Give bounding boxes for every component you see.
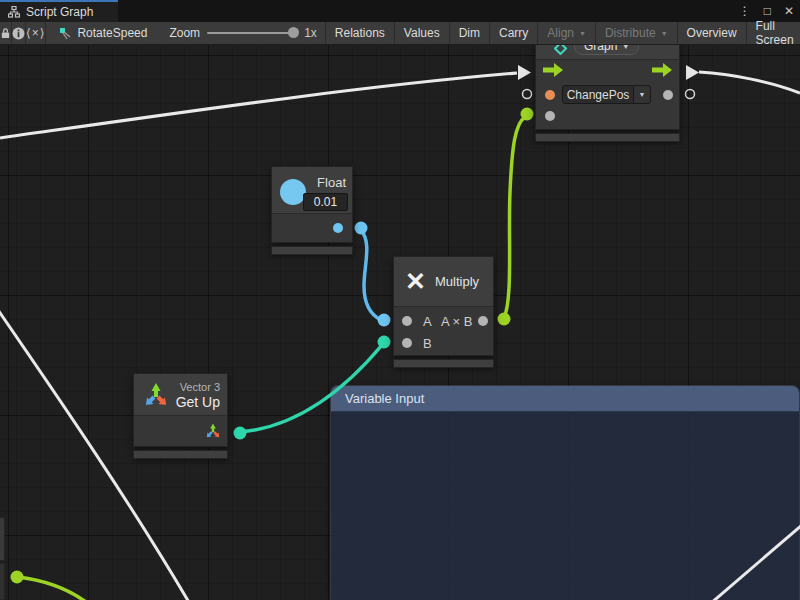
float-node-header[interactable]: Float 0.01 (272, 167, 352, 214)
script-graph-icon (8, 6, 20, 18)
node-multiply[interactable]: ✕ Multiply A A × B B (393, 256, 494, 368)
align-button[interactable]: Align ▼ (538, 22, 596, 44)
vector3-icon (143, 382, 169, 408)
multiply-icon: ✕ (405, 269, 426, 294)
overview-label: Overview (687, 26, 737, 40)
changepos-dropdown-value: ChangePos (563, 88, 633, 102)
float-value-input[interactable]: 0.01 (303, 193, 348, 211)
zoom-slider[interactable] (207, 32, 297, 34)
flow-input-port[interactable] (543, 63, 563, 77)
zoom-slider-handle[interactable] (288, 27, 299, 38)
vector3-output-port[interactable] (205, 423, 221, 439)
carry-label: Carry (499, 26, 528, 40)
values-button[interactable]: Values (395, 22, 450, 44)
multiply-input-a-port[interactable] (402, 316, 412, 326)
dim-button[interactable]: Dim (450, 22, 490, 44)
multiply-input-b-label: B (423, 336, 432, 351)
window-titlebar: Script Graph ⋮ □ ✕ (0, 0, 800, 22)
group-header[interactable]: Variable Input (331, 386, 799, 412)
distribute-label: Distribute (605, 26, 656, 40)
multiply-output-label: A × B (441, 314, 472, 329)
multiply-input-b-port[interactable] (402, 338, 412, 348)
dim-label: Dim (459, 26, 480, 40)
code-icon: ⟨×⟩ (26, 26, 45, 40)
node-vector3-get-up[interactable]: Vector 3 Get Up (133, 373, 228, 459)
zoom-label: Zoom (169, 26, 200, 40)
distribute-caret-icon: ▼ (661, 30, 668, 37)
lock-icon (0, 27, 11, 39)
info-icon (12, 27, 25, 40)
flow-output-port[interactable] (652, 63, 672, 77)
multiply-node-header[interactable]: ✕ Multiply (394, 257, 493, 307)
align-caret-icon: ▼ (579, 30, 586, 37)
info-button[interactable] (12, 22, 26, 44)
carry-button[interactable]: Carry (490, 22, 538, 44)
group-body[interactable] (331, 412, 799, 600)
window-close-icon[interactable]: ✕ (784, 4, 794, 18)
graph-node-footer (535, 133, 680, 142)
value-input-port-orange[interactable] (545, 90, 555, 100)
offscreen-node-footer-sliver[interactable] (0, 563, 5, 600)
window-menu-icon[interactable]: ⋮ (739, 4, 751, 18)
float-value: 0.01 (314, 195, 337, 209)
changepos-dropdown-caret-icon: ▼ (633, 86, 650, 103)
vector3-node-footer (133, 450, 228, 459)
float-output-port[interactable] (333, 223, 343, 233)
float-node-title: Float (317, 175, 346, 190)
lock-button[interactable] (0, 22, 12, 44)
value-output-port[interactable] (663, 90, 673, 100)
float-node-footer (271, 246, 353, 255)
changepos-dropdown[interactable]: ChangePos ▼ (562, 85, 651, 104)
relations-button[interactable]: Relations (326, 22, 395, 44)
breadcrumb[interactable]: RotateSpeed (55, 22, 151, 44)
overview-button[interactable]: Overview (678, 22, 747, 44)
relations-label: Relations (335, 26, 385, 40)
align-label: Align (547, 26, 574, 40)
zoom-value: 1x (304, 26, 317, 40)
tab-script-graph[interactable]: Script Graph (0, 0, 118, 22)
window-maximize-icon[interactable]: □ (764, 4, 771, 18)
full-screen-button[interactable]: Full Screen (747, 22, 800, 44)
node-float-literal[interactable]: Float 0.01 (271, 166, 353, 255)
offscreen-node-sliver[interactable] (0, 517, 5, 561)
full-screen-label: Full Screen (756, 19, 794, 47)
variable-input-group[interactable]: Variable Input (330, 385, 800, 600)
multiply-node-title: Multiply (435, 274, 479, 289)
script-graph-window: Variable Input (0, 0, 800, 600)
breadcrumb-label: RotateSpeed (77, 26, 147, 40)
vector3-node-header[interactable]: Vector 3 Get Up (134, 374, 227, 416)
distribute-button[interactable]: Distribute ▼ (596, 22, 678, 44)
vector3-type-label: Vector 3 (180, 381, 220, 393)
zoom-control: Zoom 1x (169, 22, 325, 44)
multiply-node-footer (393, 359, 494, 368)
group-title: Variable Input (345, 391, 424, 406)
value-input-port-2[interactable] (545, 111, 555, 121)
tab-title: Script Graph (26, 5, 93, 19)
multiply-input-a-label: A (423, 314, 432, 329)
edit-script-button[interactable]: ⟨×⟩ (26, 22, 46, 44)
vector3-node-title: Get Up (176, 394, 220, 410)
graph-toolbar: ⟨×⟩ RotateSpeed Zoom 1x Relations Values… (0, 22, 800, 45)
values-label: Values (404, 26, 440, 40)
multiply-output-port[interactable] (478, 316, 488, 326)
graph-breadcrumb-icon (59, 27, 72, 40)
